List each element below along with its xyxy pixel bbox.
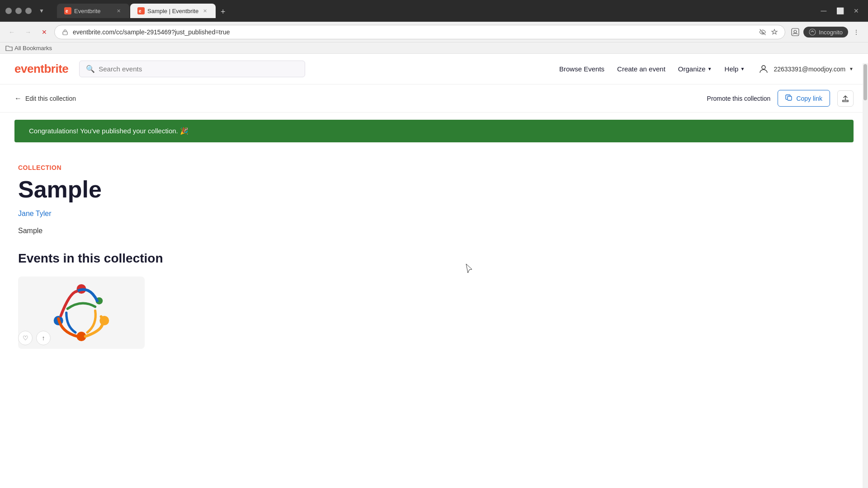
new-tab-button[interactable]: + <box>217 5 229 18</box>
tab-favicon-2: e <box>137 7 145 14</box>
back-button[interactable]: ← <box>5 26 18 38</box>
event-card[interactable]: ♡ ↑ <box>18 277 145 349</box>
profile-icon[interactable] <box>789 26 802 38</box>
forward-button[interactable]: → <box>22 26 34 38</box>
eb-nav: Browse Events Create an event Organize ▼… <box>559 63 854 75</box>
help-label: Help <box>725 65 739 73</box>
favorite-button[interactable]: ♡ <box>18 331 33 345</box>
scrollbar[interactable] <box>863 63 868 488</box>
create-event-nav[interactable]: Create an event <box>617 65 665 73</box>
collection-description: Sample <box>18 227 850 235</box>
win-restore-btn[interactable]: ⬜ <box>834 5 846 17</box>
edit-collection-link[interactable]: ← Edit this collection <box>14 94 76 103</box>
search-input[interactable] <box>99 65 298 73</box>
eb-logo-text: eventbrite <box>14 62 68 76</box>
share-event-button[interactable]: ↑ <box>36 331 51 345</box>
events-in-collection-heading: Events in this collection <box>18 251 850 266</box>
address-bar-row: ← → ✕ eventbrite.com/cc/sample-2915469?j… <box>0 22 868 42</box>
organize-nav[interactable]: Organize ▼ <box>678 65 712 73</box>
address-bar[interactable]: eventbrite.com/cc/sample-2915469?just_pu… <box>54 25 785 39</box>
user-icon <box>757 63 770 75</box>
bookmarks-bar: All Bookmarks <box>0 42 868 54</box>
collection-title: Sample <box>18 177 850 202</box>
svg-rect-10 <box>788 96 792 100</box>
main-content: Collection Sample Jane Tyler Sample Even… <box>0 150 868 363</box>
browser-chrome: ▼ e Eventbrite ✕ e Sample | Eventbrite ✕… <box>0 0 868 54</box>
win-minimize-btn[interactable]: ─ <box>817 5 830 17</box>
back-history-btn[interactable]: ▼ <box>37 6 46 15</box>
svg-text:e: e <box>139 9 142 14</box>
tab-favicon-1: e <box>64 7 71 14</box>
browser-tab-sample[interactable]: e Sample | Eventbrite ✕ <box>130 4 216 18</box>
tab-title-2: Sample | Eventbrite <box>147 8 198 14</box>
window-controls <box>5 8 32 14</box>
tab-close-2[interactable]: ✕ <box>201 7 208 14</box>
search-box[interactable]: 🔍 <box>79 61 305 77</box>
event-logo-svg <box>50 281 113 344</box>
bookmarks-label: All Bookmarks <box>14 45 52 52</box>
bookmarks-folder-icon[interactable]: All Bookmarks <box>5 44 52 52</box>
organize-chevron-icon: ▼ <box>708 66 712 71</box>
eye-off-icon <box>759 28 767 36</box>
tab-close-1[interactable]: ✕ <box>115 7 122 14</box>
tab-title-1: Eventbrite <box>74 8 112 14</box>
svg-text:e: e <box>66 9 68 14</box>
user-email: 22633391@moodjoy.com <box>774 66 845 73</box>
toolbar-right: Promote this collection Copy link <box>707 90 854 107</box>
security-icon <box>61 28 69 36</box>
promote-collection-link[interactable]: Promote this collection <box>707 95 771 102</box>
tabs-bar: e Eventbrite ✕ e Sample | Eventbrite ✕ + <box>53 4 233 18</box>
scrollbar-thumb[interactable] <box>863 64 867 100</box>
svg-rect-4 <box>63 32 67 35</box>
incognito-badge: Incognito <box>803 27 848 38</box>
user-chevron-icon: ▼ <box>849 66 854 71</box>
edit-collection-label: Edit this collection <box>25 95 76 102</box>
collection-type-label: Collection <box>18 164 850 171</box>
organize-label: Organize <box>678 65 706 73</box>
events-grid: ♡ ↑ <box>18 277 850 349</box>
browse-events-nav[interactable]: Browse Events <box>559 65 604 73</box>
search-icon: 🔍 <box>86 65 95 73</box>
browser-tab-eventbrite[interactable]: e Eventbrite ✕ <box>57 4 129 18</box>
address-text: eventbrite.com/cc/sample-2915469?just_pu… <box>73 28 755 36</box>
success-banner: Congratulations! You've published your c… <box>14 120 854 142</box>
copy-link-button[interactable]: Copy link <box>778 90 830 107</box>
organizer-name[interactable]: Jane Tyler <box>18 210 850 218</box>
win-close-btn[interactable]: ✕ <box>850 5 863 17</box>
copy-link-icon <box>785 94 793 103</box>
address-icons <box>759 28 778 36</box>
svg-point-8 <box>812 31 813 32</box>
maximize-button[interactable] <box>15 8 22 14</box>
back-arrow-icon: ← <box>14 94 22 103</box>
help-chevron-icon: ▼ <box>740 66 745 71</box>
incognito-label: Incognito <box>819 29 843 36</box>
minimize-button[interactable] <box>5 8 12 14</box>
reload-button[interactable]: ✕ <box>38 26 51 38</box>
browser-titlebar: ▼ e Eventbrite ✕ e Sample | Eventbrite ✕… <box>0 0 868 22</box>
copy-link-label: Copy link <box>796 95 822 102</box>
user-section[interactable]: 22633391@moodjoy.com ▼ <box>757 63 854 75</box>
close-button[interactable] <box>25 8 32 14</box>
star-icon[interactable] <box>770 28 778 36</box>
menu-icon[interactable]: ⋮ <box>850 26 863 38</box>
collection-toolbar: ← Edit this collection Promote this coll… <box>0 84 868 113</box>
svg-point-7 <box>809 29 816 35</box>
svg-point-9 <box>762 66 765 69</box>
event-card-actions: ♡ ↑ <box>18 331 51 345</box>
eb-logo[interactable]: eventbrite <box>14 62 68 76</box>
browser-right-icons: Incognito ⋮ <box>789 26 863 38</box>
banner-message: Congratulations! You've published your c… <box>29 127 189 135</box>
svg-point-6 <box>794 30 797 33</box>
svg-rect-5 <box>792 28 799 36</box>
share-button[interactable] <box>837 90 854 107</box>
eb-header: eventbrite 🔍 Browse Events Create an eve… <box>0 54 868 84</box>
help-nav[interactable]: Help ▼ <box>725 65 745 73</box>
